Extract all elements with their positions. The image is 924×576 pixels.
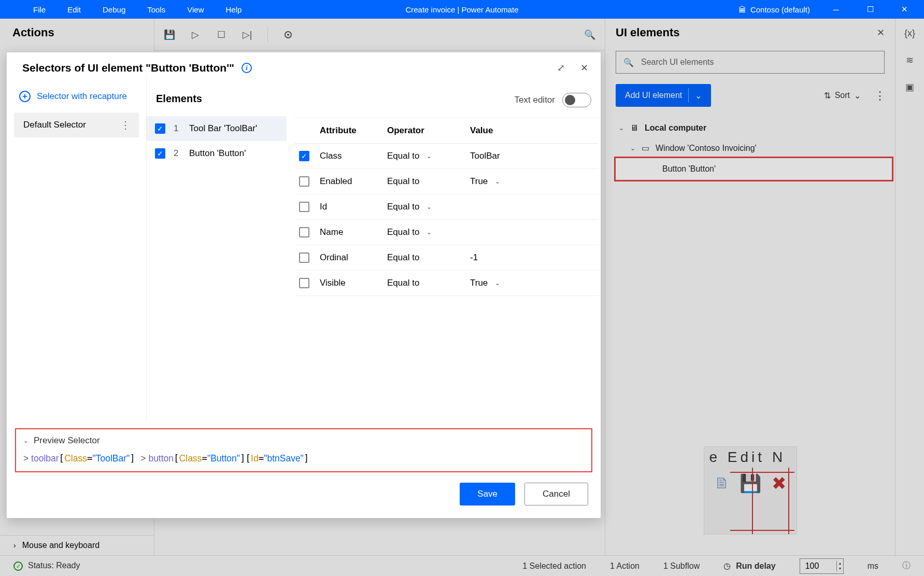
menu-debug[interactable]: Debug	[93, 2, 135, 17]
element-checkbox[interactable]: ✓	[155, 123, 165, 134]
selector-builder-dialog: Selectors of UI element "Button 'Button'…	[6, 52, 601, 518]
operator-value[interactable]: Equal to	[387, 202, 419, 212]
attribute-checkbox[interactable]	[299, 278, 309, 288]
save-button[interactable]: Save	[460, 483, 515, 505]
subflows-count: 1 Subflow	[663, 561, 700, 571]
attribute-name: Enabled	[320, 176, 387, 187]
selector-with-recapture-button[interactable]: + Selector with recapture	[15, 86, 138, 107]
operator-value[interactable]: Equal to	[387, 176, 419, 187]
element-label: Button 'Button'	[189, 148, 246, 159]
run-delay-value[interactable]	[800, 561, 836, 571]
window-minimize-button[interactable]: ─	[820, 0, 851, 19]
attribute-row: EnabledEqual toTrue⌄	[295, 169, 599, 194]
chevron-down-icon: ⌄	[695, 91, 702, 101]
add-ui-element-label: Add UI element	[625, 91, 682, 100]
computer-icon: 🖥	[630, 123, 638, 133]
ui-elements-rail-icon[interactable]: ≋	[906, 54, 914, 66]
attribute-value[interactable]: True	[470, 176, 488, 187]
window-maximize-button[interactable]: ☐	[855, 0, 886, 19]
plus-icon: +	[19, 91, 31, 102]
menu-file[interactable]: File	[24, 2, 55, 17]
delete-icon: ✖	[772, 473, 786, 494]
sort-button[interactable]: ⇅ Sort ⌄	[824, 91, 861, 101]
attribute-checkbox[interactable]	[299, 252, 309, 263]
actions-group-mouse-keyboard[interactable]: › Mouse and keyboard	[0, 535, 154, 555]
collapse-icon: ⌄	[630, 145, 635, 152]
attribute-row: IdEqual to⌄	[295, 194, 599, 220]
preview-selector-label: Preview Selector	[34, 435, 100, 446]
chevron-down-icon[interactable]: ⌄	[427, 229, 432, 236]
add-ui-element-button[interactable]: Add UI element ⌄	[616, 84, 711, 107]
attribute-value[interactable]: ToolBar	[470, 151, 500, 161]
images-rail-icon[interactable]: ▣	[905, 81, 914, 93]
element-row-2[interactable]: ✓ 2 Button 'Button'	[147, 141, 287, 166]
text-editor-toggle[interactable]	[562, 93, 591, 107]
variables-icon[interactable]: {x}	[904, 28, 915, 39]
more-options-button[interactable]: ⋮	[874, 93, 885, 99]
attributes-column: Text editor Attribute Operator Value ✓Cl…	[287, 77, 601, 421]
attribute-checkbox[interactable]	[299, 202, 309, 212]
preview-selector-toggle[interactable]: ⌄ Preview Selector	[23, 435, 584, 446]
floppy-icon: 💾	[740, 473, 761, 494]
attribute-row: VisibleEqual toTrue⌄	[295, 271, 599, 296]
chevron-down-icon[interactable]: ⌄	[427, 203, 432, 210]
save-icon[interactable]: 💾	[164, 29, 175, 40]
tree-node-button[interactable]: Button 'Button'	[616, 158, 892, 180]
info-icon[interactable]: ⓘ	[902, 560, 911, 571]
element-checkbox[interactable]: ✓	[155, 148, 165, 159]
run-delay-stepper[interactable]: ▴▾	[800, 558, 844, 574]
actions-count: 1 Action	[610, 561, 639, 571]
app-title: Create invoice | Power Automate	[405, 5, 518, 14]
attribute-name: Name	[320, 227, 387, 237]
selectors-list: + Selector with recapture Default Select…	[7, 77, 147, 421]
attribute-value[interactable]: True	[470, 278, 488, 288]
window-close-button[interactable]: ✕	[889, 0, 920, 19]
actions-group-label: Mouse and keyboard	[22, 541, 99, 550]
right-rail: {x} ≋ ▣	[895, 19, 924, 555]
operator-value[interactable]: Equal to	[387, 252, 419, 263]
environment-name: Contoso (default)	[750, 5, 810, 14]
selector-string: > toolbar[Class="ToolBar"] > button[Clas…	[23, 453, 584, 464]
selector-row-default[interactable]: Default Selector ⋮	[14, 113, 139, 137]
attribute-checkbox[interactable]	[299, 176, 309, 187]
tree-node-computer[interactable]: ⌄ 🖥 Local computer	[616, 118, 892, 138]
tree-node-window[interactable]: ⌄ ▭ Window 'Contoso Invoicing'	[616, 138, 892, 158]
operator-value[interactable]: Equal to	[387, 227, 419, 237]
cancel-button[interactable]: Cancel	[524, 483, 588, 505]
attribute-value[interactable]: -1	[470, 252, 478, 263]
element-row-1[interactable]: ✓ 1 Tool Bar 'ToolBar'	[147, 116, 287, 141]
preview-selector-box: ⌄ Preview Selector > toolbar[Class="Tool…	[15, 428, 592, 472]
menu-help[interactable]: Help	[217, 2, 251, 17]
attribute-name: Visible	[320, 278, 387, 288]
chevron-down-icon[interactable]: ⌄	[427, 152, 432, 160]
menu-tools[interactable]: Tools	[138, 2, 175, 17]
attribute-name: Id	[320, 202, 387, 212]
clock-icon: ◷	[723, 561, 731, 571]
menu-view[interactable]: View	[178, 2, 213, 17]
attribute-checkbox[interactable]	[299, 227, 309, 237]
chevron-down-icon[interactable]: ⌄	[495, 279, 500, 287]
tree-node-label: Button 'Button'	[662, 164, 716, 173]
ui-elements-search[interactable]: 🔍 Search UI elements	[616, 51, 885, 74]
tree-node-label: Local computer	[645, 123, 706, 133]
step-down-icon[interactable]: ▾	[837, 566, 843, 571]
run-next-icon[interactable]: ▷|	[241, 29, 253, 40]
record-icon[interactable]	[282, 29, 294, 40]
operator-value[interactable]: Equal to	[387, 278, 419, 288]
environment-picker[interactable]: 🏛 Contoso (default)	[738, 5, 810, 14]
step-up-icon[interactable]: ▴	[837, 561, 843, 566]
stop-icon[interactable]: ☐	[216, 29, 227, 40]
run-icon[interactable]: ▷	[190, 29, 201, 40]
attribute-checkbox[interactable]: ✓	[299, 151, 309, 161]
dialog-close-button[interactable]: ✕	[580, 62, 588, 74]
menu-edit[interactable]: Edit	[58, 2, 90, 17]
ui-elements-tree: ⌄ 🖥 Local computer ⌄ ▭ Window 'Contoso I…	[605, 113, 895, 183]
ui-elements-close-button[interactable]: ✕	[877, 27, 885, 38]
dialog-maximize-button[interactable]: ⤢	[557, 62, 565, 74]
more-options-button[interactable]: ⋮	[120, 122, 130, 128]
text-editor-label: Text editor	[515, 95, 555, 105]
operator-value[interactable]: Equal to	[387, 151, 419, 161]
info-icon[interactable]: i	[241, 63, 252, 73]
canvas-search-icon[interactable]: 🔍	[584, 29, 595, 40]
chevron-down-icon[interactable]: ⌄	[495, 178, 500, 185]
